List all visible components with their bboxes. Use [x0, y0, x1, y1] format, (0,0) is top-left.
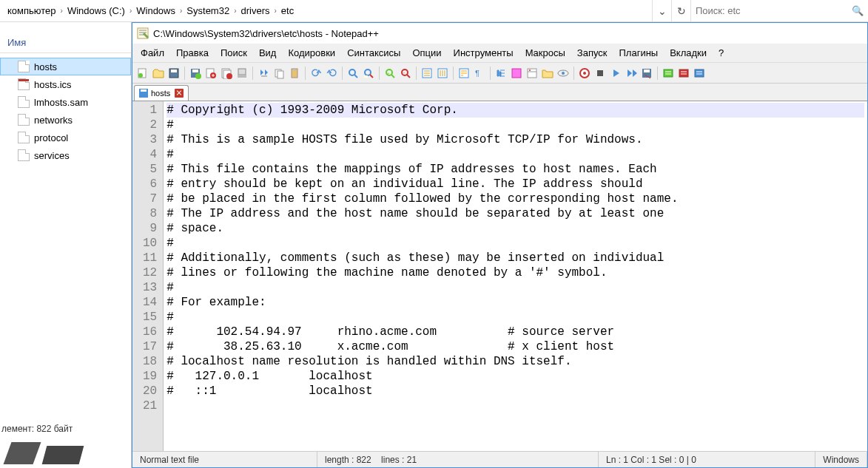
- new-file-button[interactable]: [135, 66, 150, 81]
- close-button[interactable]: [203, 66, 218, 81]
- menu-Синтаксисы[interactable]: Синтаксисы: [342, 45, 406, 61]
- menu-?[interactable]: ?: [713, 45, 729, 61]
- menu-Макросы[interactable]: Макросы: [520, 45, 571, 61]
- svg-point-20: [365, 69, 371, 75]
- svg-rect-14: [238, 75, 246, 78]
- breadcrumb-path[interactable]: компьютер› Windows (C:)› Windows› System…: [0, 0, 652, 21]
- show-symbols-button[interactable]: ¶: [472, 66, 487, 81]
- search-icon: 🔍: [852, 5, 864, 16]
- play-multi-button[interactable]: [624, 66, 639, 81]
- bc-segment[interactable]: Windows: [133, 0, 178, 21]
- svg-rect-6: [192, 69, 198, 72]
- explorer-pane: Имя hostshosts.icslmhosts.samnetworkspro…: [0, 22, 132, 468]
- search-input[interactable]: [696, 5, 852, 16]
- cut-button[interactable]: [256, 66, 271, 81]
- bc-segment[interactable]: System32: [184, 0, 232, 21]
- status-encoding: Windows: [815, 452, 867, 467]
- save-icon: [139, 89, 148, 98]
- close-tab-icon[interactable]: [175, 89, 184, 98]
- file-item-services[interactable]: services: [0, 146, 131, 164]
- svg-text:-: -: [403, 70, 405, 75]
- svg-text:+: +: [387, 71, 390, 75]
- file-item-networks[interactable]: networks: [0, 111, 131, 129]
- refresh-button[interactable]: ↻: [671, 0, 690, 21]
- wordwrap-button[interactable]: [457, 66, 471, 81]
- column-header-name[interactable]: Имя: [7, 37, 26, 48]
- print-button[interactable]: [235, 66, 249, 81]
- file-label: hosts.ics: [34, 79, 72, 90]
- file-item-hosts-ics[interactable]: hosts.ics: [0, 75, 131, 93]
- chevron-right-icon: ›: [232, 7, 238, 15]
- sync-h-button[interactable]: [435, 66, 450, 81]
- menu-Поиск[interactable]: Поиск: [215, 45, 252, 61]
- stop-macro-button[interactable]: [593, 66, 608, 81]
- bc-segment[interactable]: drivers: [238, 0, 273, 21]
- dropdown-button[interactable]: ⌄: [652, 0, 671, 21]
- doc-map-button[interactable]: [525, 66, 539, 81]
- code-area[interactable]: # Copyright (c) 1993-2009 Microsoft Corp…: [164, 101, 867, 451]
- paste-button[interactable]: [287, 66, 302, 81]
- zoom-in-button[interactable]: +: [383, 66, 397, 81]
- compare-button[interactable]: [676, 66, 691, 81]
- svg-point-2: [138, 73, 143, 78]
- replace-button[interactable]: [361, 66, 376, 81]
- file-item-protocol[interactable]: protocol: [0, 129, 131, 146]
- file-item-hosts[interactable]: hosts: [0, 58, 131, 75]
- menu-Вид[interactable]: Вид: [254, 45, 282, 61]
- file-list: hostshosts.icslmhosts.samnetworksprotoco…: [0, 58, 131, 419]
- menu-Файл[interactable]: Файл: [135, 45, 169, 61]
- search-box[interactable]: 🔍: [690, 0, 868, 21]
- file-icon: [18, 114, 30, 126]
- menu-Правка[interactable]: Правка: [171, 45, 214, 61]
- status-length: length : 822: [325, 455, 371, 465]
- menu-Вкладки[interactable]: Вкладки: [665, 45, 712, 61]
- file-icon: [18, 132, 30, 143]
- line-gutter: 123456789101112131415161718192021: [132, 101, 164, 451]
- window-title-bar[interactable]: C:\Windows\System32\drivers\etc\hosts - …: [132, 23, 867, 44]
- record-macro-button[interactable]: [577, 66, 592, 81]
- address-bar: компьютер› Windows (C:)› Windows› System…: [0, 0, 868, 22]
- indent-guide-button[interactable]: [494, 66, 508, 81]
- menu-Запуск[interactable]: Запуск: [572, 45, 613, 61]
- close-all-button[interactable]: [219, 66, 234, 81]
- save-macro-button[interactable]: [639, 66, 654, 81]
- play-macro-button[interactable]: [608, 66, 623, 81]
- bc-segment[interactable]: Windows (C:): [64, 0, 128, 21]
- save-all-button[interactable]: [188, 66, 203, 81]
- notepadpp-window: C:\Windows\System32\drivers\etc\hosts - …: [132, 22, 868, 468]
- file-item-lmhosts-sam[interactable]: lmhosts.sam: [0, 93, 131, 111]
- open-file-button[interactable]: [151, 66, 166, 81]
- spreadsheet-button[interactable]: [661, 66, 676, 81]
- find-button[interactable]: [346, 66, 360, 81]
- save-button[interactable]: [166, 66, 181, 81]
- folder-asnew-button[interactable]: [540, 66, 555, 81]
- monitoring-button[interactable]: [556, 66, 571, 81]
- menu-Опции[interactable]: Опции: [407, 45, 446, 61]
- undo-button[interactable]: [309, 66, 323, 81]
- tab-bar: hosts: [132, 84, 867, 101]
- menu-Инструменты[interactable]: Инструменты: [448, 45, 519, 61]
- plugin-button[interactable]: [692, 66, 707, 81]
- svg-rect-13: [238, 69, 246, 75]
- file-icon: [18, 149, 30, 161]
- file-label: networks: [34, 115, 73, 126]
- chevron-right-icon: ›: [128, 7, 133, 15]
- menu-Плагины[interactable]: Плагины: [614, 45, 664, 61]
- status-filetype: Normal text file: [132, 452, 317, 467]
- svg-rect-18: [293, 68, 296, 70]
- zoom-out-button[interactable]: -: [398, 66, 413, 81]
- svg-point-19: [349, 69, 355, 75]
- file-tab-hosts[interactable]: hosts: [134, 85, 189, 101]
- udl-button[interactable]: [509, 66, 524, 81]
- svg-rect-40: [664, 69, 673, 77]
- editor-area[interactable]: 123456789101112131415161718192021 # Copy…: [132, 101, 867, 451]
- redo-button[interactable]: [324, 66, 339, 81]
- sync-v-button[interactable]: [420, 66, 434, 81]
- file-icon: [18, 96, 30, 108]
- bc-segment[interactable]: etc: [278, 0, 297, 21]
- menu-Кодировки[interactable]: Кодировки: [283, 45, 340, 61]
- toolbar: +-¶: [132, 63, 867, 84]
- bc-segment[interactable]: компьютер: [4, 0, 59, 21]
- copy-button[interactable]: [272, 66, 286, 81]
- svg-rect-21: [364, 75, 368, 78]
